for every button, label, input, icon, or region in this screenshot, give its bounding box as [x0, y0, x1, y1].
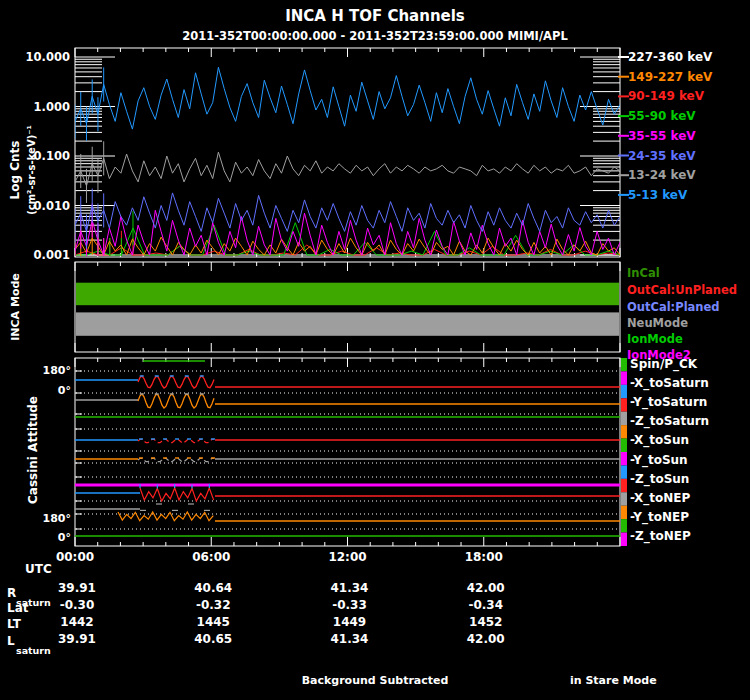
ephemeris-value: 1449	[333, 615, 366, 629]
attitude-trace-label: -Y_toSun	[630, 453, 688, 467]
subtitle: 2011-352T00:00:00.000 - 2011-352T23:59:0…	[182, 29, 568, 43]
tof-legend-label: 55-90 keV	[628, 109, 696, 123]
inca-tof-plot-page: INCA H TOF Channels 2011-352T00:00:00.00…	[0, 0, 750, 700]
ephemeris-row-label: L	[7, 634, 15, 648]
ephemeris-row-sublabel: saturn	[16, 645, 51, 656]
mode-legend-label: IonMode	[627, 332, 683, 346]
attitude-ytick-label: 180°	[30, 512, 71, 525]
tof-legend-label: 35-55 keV	[628, 129, 696, 143]
ephemeris-value: 1442	[60, 615, 93, 629]
tof-legend-label: 149-227 keV	[628, 70, 712, 84]
ephemeris-value: 41.34	[331, 581, 369, 595]
tof-legend-label: 13-24 keV	[628, 168, 696, 182]
ephemeris-value: 1445	[197, 615, 230, 629]
ephemeris-row-label: Lat	[7, 601, 28, 615]
tof-ytick-label: 0.010	[8, 199, 70, 213]
footer-background-subtracted: Background Subtracted	[302, 674, 449, 687]
attitude-trace-label: -Y_toSaturn	[630, 395, 707, 409]
ephemeris-row-label: LT	[7, 617, 21, 631]
utc-tick-label: 18:00	[465, 550, 503, 564]
mode-legend-label: InCal	[627, 266, 660, 280]
ephemeris-value: -0.30	[60, 598, 95, 612]
ephemeris-value: 40.65	[194, 632, 232, 646]
ephemeris-value: -0.33	[332, 598, 367, 612]
mode-legend-label: NeuMode	[627, 316, 688, 330]
utc-tick-label: 06:00	[192, 550, 230, 564]
attitude-ytick-label: 0°	[30, 384, 71, 397]
tof-ytick-label: 0.100	[8, 149, 70, 163]
attitude-trace-label: -Z_toNEP	[630, 529, 691, 543]
ephemeris-value: 39.91	[58, 632, 96, 646]
ephemeris-value: 39.91	[58, 581, 96, 595]
mode-legend-label: OutCal:UnPlaned	[627, 283, 737, 297]
tof-ytick-label: 1.000	[8, 100, 70, 114]
ephemeris-value: 41.34	[331, 632, 369, 646]
attitude-traces	[75, 361, 620, 536]
tof-ytick-label: 10.000	[8, 50, 70, 64]
tof-legend-label: 90-149 keV	[628, 89, 704, 103]
ephemeris-value: 42.00	[467, 581, 505, 595]
attitude-trace-label: -X_toNEP	[630, 491, 690, 505]
attitude-ytick-label: 0°	[30, 531, 71, 544]
ephemeris-value: 42.00	[467, 632, 505, 646]
tof-series	[75, 67, 620, 256]
mode-legend-label: OutCal:Planed	[627, 300, 720, 314]
attitude-color-strip	[621, 358, 627, 546]
utc-row-label: UTC	[25, 562, 52, 576]
ephemeris-value: 1452	[469, 615, 502, 629]
tof-ytick-label: 0.001	[8, 248, 70, 262]
utc-tick-label: 12:00	[328, 550, 366, 564]
ephemeris-value: 40.64	[194, 581, 232, 595]
attitude-y-axis-label: Cassini Attitude	[26, 396, 40, 504]
footer-stare-mode: in Stare Mode	[570, 674, 657, 687]
page-title: INCA H TOF Channels	[285, 7, 465, 25]
tof-legend-label: 5-13 keV	[628, 188, 687, 202]
tof-legend-label: 24-35 keV	[628, 149, 696, 163]
attitude-ytick-label: 180°	[30, 364, 71, 377]
ephemeris-value: -0.34	[468, 598, 503, 612]
tof-legend-label: 227-360 keV	[628, 50, 712, 64]
mode-bars	[76, 283, 619, 336]
mode-y-axis-label: INCA Mode	[9, 273, 22, 341]
utc-tick-label: 00:00	[56, 550, 94, 564]
attitude-trace-label: -X_toSun	[630, 433, 689, 447]
ephemeris-row-label: R	[7, 586, 16, 600]
attitude-trace-label: -Y_toNEP	[630, 510, 689, 524]
attitude-trace-label: -Z_toSun	[630, 472, 689, 486]
ephemeris-value: -0.32	[196, 598, 231, 612]
attitude-trace-label: -X_toSaturn	[630, 376, 709, 390]
attitude-trace-label: -Z_toSaturn	[630, 414, 709, 428]
attitude-trace-label: Spin/P_CK	[630, 357, 697, 371]
